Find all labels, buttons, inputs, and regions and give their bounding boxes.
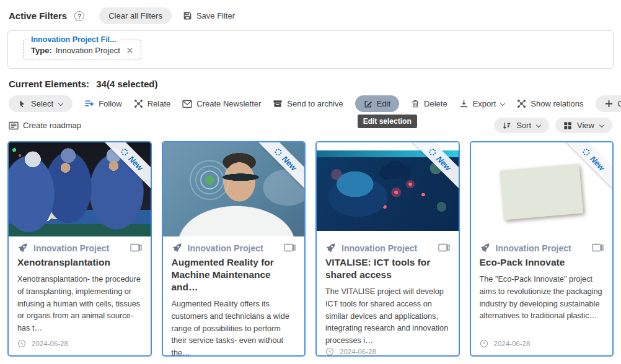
sort-label: Sort	[516, 121, 531, 130]
edit-pencil-icon	[364, 100, 372, 108]
relations-network-icon	[517, 99, 526, 108]
new-spinner-icon	[119, 147, 129, 157]
chevron-down-icon	[58, 100, 63, 105]
display-icon[interactable]	[438, 243, 450, 253]
chevron-down-icon	[500, 100, 505, 105]
card-body: Innovation Project Xenotransplantation X…	[9, 236, 151, 355]
remove-filter-icon[interactable]	[126, 47, 133, 54]
card-image: New	[163, 142, 305, 236]
new-spinner-icon	[581, 147, 591, 157]
create-newsletter-button[interactable]: Create Newsletter	[182, 99, 261, 108]
delete-label: Delete	[424, 99, 447, 108]
card-xenotransplantation[interactable]: New Innovation Project Xenotransplantati…	[7, 141, 152, 357]
export-label: Export	[473, 99, 496, 108]
relations-network-icon	[134, 99, 143, 108]
view-button[interactable]: View	[555, 118, 612, 133]
actions-toolbar: Select Follow Relate Create Newsletter S…	[0, 89, 621, 112]
clock-icon	[17, 339, 26, 348]
active-filters-header: Active Filters ? Clear all Filters Save …	[0, 0, 621, 28]
card-description: The VITALISE project will develop ICT to…	[325, 286, 450, 347]
save-filter-button[interactable]: Save Filter	[183, 11, 235, 20]
new-spinner-icon	[427, 147, 437, 157]
follow-list-plus-icon	[84, 99, 94, 108]
view-label: View	[577, 121, 594, 130]
current-elements-count: 34(4 selected)	[96, 79, 157, 89]
card-type-row: Innovation Project	[480, 243, 604, 253]
card-footer: 2024-06-28	[480, 339, 604, 348]
card-type-label: Innovation Project	[33, 243, 130, 253]
clock-icon	[480, 339, 488, 348]
card-date: 2024-06-28	[340, 348, 376, 355]
card-vitalise[interactable]: New Innovation Project VITALISE: ICT too…	[315, 141, 460, 357]
card-description: Augmented Reality offers its customers a…	[172, 298, 296, 357]
current-elements-label: Current Elements:	[9, 79, 89, 89]
export-button[interactable]: Export	[459, 99, 506, 108]
show-relations-label: Show relations	[531, 99, 583, 108]
elements-grid: New Innovation Project Xenotransplantati…	[0, 133, 621, 363]
card-image: New	[9, 142, 151, 236]
select-label: Select	[31, 99, 53, 108]
card-footer: 2024-06-28	[325, 347, 450, 356]
filter-field-label: Type:	[31, 46, 52, 55]
show-relations-button[interactable]: Show relations	[517, 99, 583, 108]
follow-label: Follow	[99, 99, 122, 108]
display-icon[interactable]	[130, 243, 142, 253]
edit-button[interactable]: Edit Edit selection	[355, 95, 399, 112]
relate-label: Relate	[148, 99, 171, 108]
card-body: Innovation Project VITALISE: ICT tools f…	[317, 236, 459, 357]
secondary-toolbar: Create roadmap Sort View	[0, 112, 621, 133]
relate-button[interactable]: Relate	[134, 99, 171, 108]
create-roadmap-label: Create roadmap	[23, 121, 81, 130]
sort-icon	[502, 121, 511, 130]
card-date: 2024-06-28	[32, 340, 68, 347]
card-type-label: Innovation Project	[188, 243, 284, 253]
card-eco-pack-innovate[interactable]: New Innovation Project Eco-Pack Innovate…	[470, 141, 614, 357]
roadmap-icon	[9, 121, 19, 130]
card-title: Augmented Reality for Machine Maintenanc…	[172, 256, 296, 293]
send-to-archive-button[interactable]: Send to archive	[273, 99, 343, 108]
card-description: The "Eco-Pack Innovate" project aims to …	[480, 274, 604, 323]
display-icon[interactable]	[284, 243, 296, 253]
clear-all-filters-label: Clear all Filters	[108, 11, 162, 20]
page-title: Active Filters	[9, 11, 67, 21]
current-elements-heading: Current Elements: 34(4 selected)	[0, 69, 621, 89]
rocket-icon	[480, 243, 490, 253]
create-roadmap-button[interactable]: Create roadmap	[9, 121, 81, 130]
filter-chip-title: Innovation Project Fil...	[28, 35, 120, 44]
edit-selection-tooltip: Edit selection	[358, 115, 417, 128]
create-element-with-relations-button[interactable]: Create Element with Relations	[596, 95, 621, 112]
save-filter-label: Save Filter	[196, 11, 235, 20]
card-type-row: Innovation Project	[17, 243, 142, 253]
grid-view-icon	[563, 121, 572, 130]
chevron-down-icon	[536, 122, 541, 127]
archive-icon	[273, 99, 283, 108]
follow-button[interactable]: Follow	[84, 99, 122, 108]
select-button[interactable]: Select	[9, 95, 73, 112]
create-element-with-relations-label: Create Element with Relations	[618, 99, 621, 108]
clear-all-filters-button[interactable]: Clear all Filters	[99, 7, 172, 24]
card-augmented-reality[interactable]: New Innovation Project Augmented Reality…	[162, 141, 306, 357]
active-filters-panel: Innovation Project Fil... Type: Innovati…	[7, 30, 614, 69]
delete-button[interactable]: Delete	[411, 99, 447, 108]
card-title: Xenotransplantation	[17, 256, 142, 269]
card-image: New	[471, 142, 613, 236]
trash-icon	[411, 99, 420, 108]
chevron-down-icon	[599, 122, 604, 127]
save-icon	[183, 11, 192, 20]
filter-field-value: Innovation Project	[56, 46, 120, 55]
sort-button[interactable]: Sort	[494, 118, 549, 133]
card-footer: 2024-06-28	[17, 339, 142, 348]
card-image: New	[317, 142, 459, 236]
filter-chip-innovation-project[interactable]: Innovation Project Fil... Type: Innovati…	[23, 40, 141, 59]
rocket-icon	[172, 243, 182, 253]
card-type-label: Innovation Project	[341, 243, 438, 253]
card-description: Xenotransplantation- the procedure of tr…	[17, 274, 142, 334]
display-icon[interactable]	[592, 243, 604, 253]
send-to-archive-label: Send to archive	[287, 99, 343, 108]
envelope-icon	[182, 100, 192, 108]
card-body: Innovation Project Eco-Pack Innovate The…	[471, 236, 613, 355]
card-body: Innovation Project Augmented Reality for…	[163, 236, 305, 357]
card-title: VITALISE: ICT tools for shared access	[325, 256, 450, 281]
create-newsletter-label: Create Newsletter	[196, 99, 261, 108]
help-icon[interactable]: ?	[74, 11, 84, 21]
